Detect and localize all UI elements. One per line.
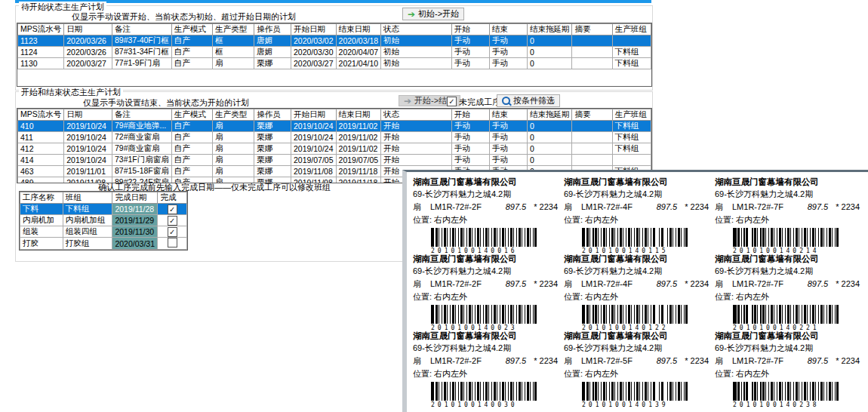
column-header[interactable]: 结束日期 <box>336 24 381 35</box>
started-hint-text: 仅显示手动设置结束、当前状态为开始的计划 <box>83 97 249 109</box>
column-header[interactable]: 开始 <box>451 24 489 35</box>
label-spec-row: 扇LM1R-72#-5F897.5* 2234 <box>564 355 709 367</box>
column-header[interactable]: 摘要 <box>572 109 612 121</box>
completion-date-cell[interactable]: 2019/11/29 <box>112 215 158 226</box>
column-header[interactable]: 开始 <box>451 109 489 121</box>
column-header[interactable]: 开始日期 <box>291 109 336 121</box>
column-header[interactable]: 状态 <box>381 24 452 35</box>
column-header[interactable]: 开始日期 <box>291 24 336 35</box>
column-header[interactable]: 生产类型 <box>213 24 254 35</box>
table-row[interactable]: 11232020/03/2689#37-40F门框自产框唐媚2020/03/02… <box>18 35 651 47</box>
barcode-label: 湖南亘晟门窗幕墙有限公司69-长沙万科魅力之城4.2期扇LM1R-72#-5F8… <box>564 331 709 408</box>
column-header[interactable]: MPS流水号 <box>18 109 64 121</box>
table-row[interactable]: 4102019/10/2479#商业地弹...自产扇栗娜2019/10/2420… <box>18 121 651 132</box>
label-spec-row: 扇LM1R-72#-4F897.5* 2234 <box>564 278 709 290</box>
label-width: 897.5 <box>506 279 527 288</box>
table-row[interactable]: 4142019/10/2473#1F门扇窗扇自产扇栗娜2019/07/05201… <box>18 155 651 166</box>
label-item-type: 扇 <box>715 278 723 290</box>
column-header[interactable]: 生产模式 <box>171 24 212 35</box>
column-header[interactable]: 生产班组 <box>612 109 651 121</box>
label-width: 897.5 <box>808 279 829 288</box>
table-row[interactable]: 11302020/03/2777#1-9F门扇自产扇栗娜2020/03/2720… <box>18 58 651 69</box>
label-company: 湖南亘晟门窗幕墙有限公司 <box>413 177 558 188</box>
column-header[interactable]: 备注 <box>112 24 171 35</box>
column-header[interactable]: 备注 <box>112 109 171 121</box>
done-checkbox[interactable]: ✓ <box>168 216 177 226</box>
column-header[interactable]: 结束拖延期 <box>527 24 572 35</box>
process-row[interactable]: 内扇机加内扇机加组2019/11/29✓ <box>20 215 187 226</box>
unfinished-process-checkbox[interactable]: ✓ <box>447 97 457 106</box>
process-row[interactable]: 组装组装四组2019/11/30✓ <box>20 226 187 238</box>
barcode-number: 2010100140139 <box>582 401 688 408</box>
init-to-start-label: 初始->开始 <box>418 8 459 20</box>
label-height: * 2234 <box>836 202 860 211</box>
barcode-image <box>431 305 537 324</box>
column-header[interactable]: 生产类型 <box>213 109 254 121</box>
process-grid: 工序名称班组完成日期完成下料下料组2019/11/28✓内扇机加内扇机加组201… <box>19 191 188 251</box>
column-header[interactable]: 班组 <box>63 192 112 204</box>
label-company: 湖南亘晟门窗幕墙有限公司 <box>564 331 709 342</box>
barcode-block: 2010100140214 <box>733 228 839 254</box>
label-project: 69-长沙万科魅力之城4.2期 <box>564 343 709 354</box>
column-header[interactable]: 完成日期 <box>112 192 158 204</box>
filter-by-condition-button[interactable]: 按条件筛选 <box>497 94 560 107</box>
column-header[interactable]: 结束 <box>489 109 527 121</box>
column-header[interactable]: 状态 <box>381 109 452 121</box>
column-header[interactable]: 完成 <box>158 192 187 204</box>
column-header[interactable]: 摘要 <box>572 24 612 35</box>
column-header[interactable]: 生产模式 <box>171 109 212 121</box>
table-row[interactable]: 4122019/10/2479#商业窗扇自产扇栗娜2019/10/242019/… <box>18 143 651 155</box>
gray-arrow-icon: ➔ <box>404 97 411 105</box>
unfinished-process-label: 未完成工序 <box>459 97 500 108</box>
barcode-block: 2010100140115 <box>582 228 688 254</box>
done-checkbox[interactable]: ✓ <box>168 227 177 237</box>
label-item-type: 扇 <box>715 355 723 367</box>
barcode-image <box>582 382 688 401</box>
init-to-start-button[interactable]: ➔ 初始->开始 <box>402 8 464 20</box>
label-width: 897.5 <box>808 356 829 365</box>
label-height: * 2234 <box>685 356 709 365</box>
label-project: 69-长沙万科魅力之城4.2期 <box>564 189 709 200</box>
barcode-block: 2010100140016 <box>431 228 537 254</box>
process-row[interactable]: 下料下料组2019/11/28✓ <box>20 204 187 215</box>
table-row[interactable]: 11242020/03/2687#31-34F门框自产框唐媚2020/03/30… <box>18 47 651 58</box>
label-company: 湖南亘晟门窗幕墙有限公司 <box>564 254 709 265</box>
column-header[interactable]: 结束日期 <box>336 109 381 121</box>
barcode-block: 2010100140023 <box>431 305 537 331</box>
column-header[interactable]: MPS流水号 <box>18 24 64 35</box>
column-header[interactable]: 操作员 <box>254 109 291 121</box>
barcode-label-panel: 湖南亘晟门窗幕墙有限公司69-长沙万科魅力之城4.2期扇LM1R-72#-2F8… <box>402 170 868 412</box>
completion-date-cell[interactable]: 2019/11/30 <box>112 226 158 238</box>
completion-date-cell[interactable]: 2019/11/28 <box>112 204 158 215</box>
label-model: LM1R-72#-5F <box>581 356 657 365</box>
label-company: 湖南亘晟门窗幕墙有限公司 <box>413 331 558 342</box>
column-header[interactable]: 工序名称 <box>20 192 63 204</box>
column-header[interactable]: 操作员 <box>254 24 291 35</box>
label-item-type: 扇 <box>564 355 572 367</box>
label-position: 位置: 右内左外 <box>413 291 558 303</box>
completion-date-cell[interactable]: 2020/03/31 <box>112 238 158 250</box>
label-model: LM1R-72#-2F <box>430 356 506 365</box>
label-width: 897.5 <box>657 356 678 365</box>
column-header[interactable]: 生产班组 <box>612 24 651 35</box>
label-item-type: 扇 <box>564 201 572 213</box>
table-row[interactable]: 4112019/10/2472#商业窗扇自产扇栗娜2019/10/242019/… <box>18 132 651 143</box>
label-position: 位置: 右内左外 <box>564 291 709 303</box>
barcode-number: 2010100140030 <box>431 401 537 408</box>
barcode-label: 湖南亘晟门窗幕墙有限公司69-长沙万科魅力之城4.2期扇LM1R-72#-4F8… <box>564 254 709 331</box>
waiting-hint-text: 仅显示手动设置开始、当前状态为初始、超过开始日期的计划 <box>72 11 296 23</box>
label-height: * 2234 <box>534 202 558 211</box>
green-arrow-icon: ➔ <box>408 11 415 18</box>
barcode-label: 湖南亘晟门窗幕墙有限公司69-长沙万科魅力之城4.2期扇LM1R-72#-7F8… <box>715 331 860 408</box>
column-header[interactable]: 结束 <box>489 24 527 35</box>
column-header[interactable]: 日期 <box>64 109 112 121</box>
done-checkbox[interactable] <box>168 238 177 248</box>
column-header[interactable]: 结束拖延期 <box>527 109 572 121</box>
label-spec-row: 扇LM1R-72#-4F897.5* 2234 <box>564 201 709 213</box>
done-checkbox[interactable]: ✓ <box>168 204 177 214</box>
label-position: 位置: 右内左外 <box>715 291 860 303</box>
column-header[interactable]: 日期 <box>64 24 112 35</box>
barcode-image <box>582 305 688 324</box>
process-row[interactable]: 打胶打胶组2020/03/31 <box>20 238 187 250</box>
barcode-block: 2010100140030 <box>431 382 537 408</box>
